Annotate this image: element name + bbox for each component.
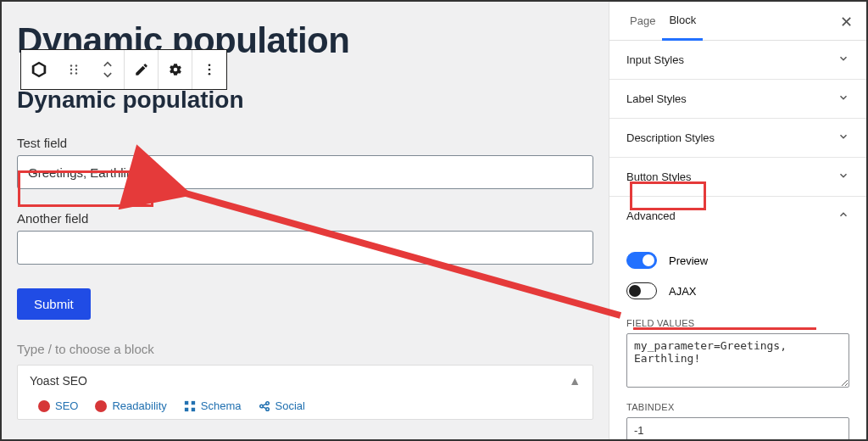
tab-block[interactable]: Block [662, 2, 703, 41]
preview-toggle[interactable] [626, 252, 657, 269]
move-arrows-icon[interactable] [91, 50, 125, 89]
section-label-styles[interactable]: Label Styles [609, 80, 866, 119]
preview-label: Preview [669, 254, 708, 267]
svg-point-2 [70, 64, 72, 66]
svg-point-7 [75, 72, 77, 74]
svg-point-9 [209, 69, 211, 71]
drag-handle-icon[interactable] [57, 50, 91, 89]
sidebar-tabs: Page Block ✕ [609, 2, 866, 41]
svg-rect-12 [192, 400, 195, 404]
block-appender-hint[interactable]: Type / to choose a block [17, 342, 593, 356]
chevron-up-icon [837, 209, 849, 223]
field-label: Test field [17, 136, 593, 150]
svg-point-4 [70, 72, 72, 74]
edit-icon[interactable] [125, 50, 159, 89]
chevron-down-icon [837, 170, 849, 184]
yoast-tab-schema[interactable]: Schema [175, 396, 250, 416]
chevron-down-icon [837, 131, 849, 145]
close-icon[interactable]: ✕ [836, 12, 856, 32]
tabindex-label: TABINDEX [626, 402, 849, 412]
more-options-icon[interactable] [192, 50, 226, 89]
svg-line-19 [263, 406, 266, 408]
chevron-down-icon [837, 53, 849, 67]
field-label: Another field [17, 211, 593, 226]
form-title: Dynamic population [17, 87, 593, 114]
yoast-tab-seo[interactable]: SEO [30, 396, 86, 416]
settings-icon[interactable] [159, 50, 192, 89]
block-toolbar [20, 49, 227, 90]
settings-sidebar: Page Block ✕ Input Styles Label Styles D… [609, 2, 866, 439]
another-field-input[interactable] [17, 231, 593, 265]
yoast-panel: Yoast SEO ▲ SEO Readability Schema Socia… [17, 365, 593, 420]
svg-rect-14 [192, 407, 195, 410]
svg-point-15 [259, 405, 263, 408]
svg-point-16 [265, 401, 269, 405]
test-field-input[interactable] [17, 155, 593, 189]
svg-point-17 [265, 407, 269, 410]
tab-page[interactable]: Page [623, 2, 662, 41]
svg-point-5 [75, 64, 77, 66]
svg-point-10 [209, 73, 211, 75]
section-description-styles[interactable]: Description Styles [609, 119, 866, 158]
section-advanced[interactable]: Advanced [609, 197, 866, 235]
section-input-styles[interactable]: Input Styles [609, 41, 866, 80]
ajax-label: AJAX [669, 285, 697, 298]
field-values-label: FIELD VALUES [626, 318, 849, 328]
collapse-icon[interactable]: ▲ [569, 374, 581, 388]
editor-area: Dynamic population Dynamic population Te… [2, 2, 609, 439]
field-values-input[interactable] [626, 333, 849, 388]
svg-line-18 [263, 404, 266, 405]
block-type-icon[interactable] [21, 50, 57, 89]
section-button-styles[interactable]: Button Styles [609, 158, 866, 197]
yoast-title: Yoast SEO [30, 374, 87, 388]
ajax-toggle[interactable] [626, 282, 657, 299]
yoast-tab-readability[interactable]: Readability [86, 396, 175, 416]
submit-button[interactable]: Submit [17, 288, 91, 320]
yoast-tab-social[interactable]: Social [250, 396, 314, 416]
svg-point-3 [70, 69, 72, 70]
svg-point-6 [75, 69, 77, 70]
svg-rect-11 [185, 400, 188, 404]
svg-rect-13 [185, 407, 188, 410]
advanced-body: Preview AJAX FIELD VALUES TABINDEX Form … [609, 235, 866, 441]
tabindex-input[interactable] [626, 417, 849, 441]
chevron-down-icon [837, 92, 849, 106]
svg-point-8 [209, 64, 211, 66]
